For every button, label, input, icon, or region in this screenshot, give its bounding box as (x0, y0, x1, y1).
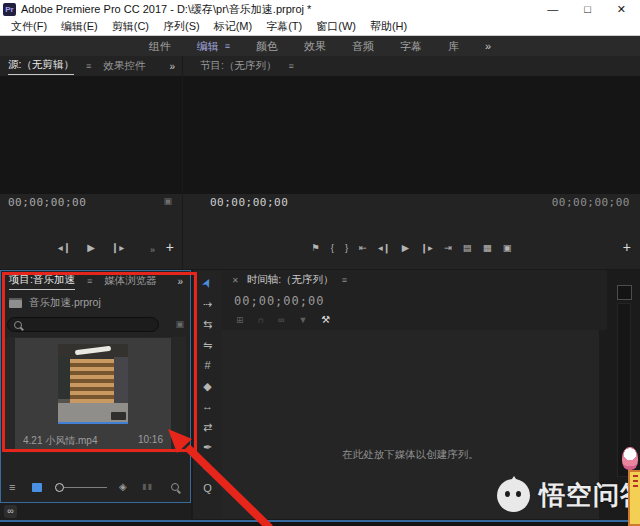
zoom-slider-knob[interactable] (55, 483, 64, 492)
add-marker-button[interactable]: ⚑ (311, 242, 320, 253)
program-panel-menu-icon[interactable]: ≡ (288, 61, 293, 71)
source-settings-icon[interactable]: ▣ (163, 196, 172, 206)
timeline-panel-menu-icon[interactable]: ≡ (342, 275, 347, 285)
razor-tool[interactable]: ◆ (203, 380, 211, 392)
workspace-tab-titles[interactable]: 字幕 (400, 39, 422, 54)
menu-clip[interactable]: 剪辑(C) (105, 19, 156, 34)
menu-sequence[interactable]: 序列(S) (156, 19, 207, 34)
thumbnail-wall (114, 357, 128, 403)
thumbnail-shelves (70, 359, 114, 403)
icon-view-icon[interactable] (32, 483, 42, 492)
go-to-in-button[interactable]: ⇤ (359, 242, 367, 253)
program-step-forward-button[interactable]: ❙▸ (420, 242, 433, 253)
search-icon (14, 321, 22, 329)
program-play-button[interactable]: ▶ (402, 242, 409, 253)
tab-project[interactable]: 项目:音乐加速 (9, 273, 75, 290)
creative-cloud-icon[interactable]: ∞ (4, 505, 17, 518)
program-step-back-button[interactable]: ◂❙ (378, 242, 391, 253)
rate-stretch-tool[interactable]: # (204, 359, 210, 371)
tools-panel: ➤ ⇢ ⇆ ⇋ # ◆ ↔ ⇄ ✒ ✥ Q (193, 270, 222, 519)
menu-file[interactable]: 文件(F) (4, 19, 54, 34)
timeline-settings-wrench-icon[interactable]: ⚒ (321, 314, 330, 325)
program-timecode-duration: 00;00;00;00 (552, 196, 630, 209)
menu-help[interactable]: 帮助(H) (363, 19, 414, 34)
rolling-edit-tool[interactable]: ⇋ (203, 339, 212, 351)
workspace-tab-assembly[interactable]: 组件 (149, 39, 171, 54)
source-play-button[interactable]: ▶ (87, 242, 95, 253)
snap-icon[interactable]: ∩ (258, 315, 264, 325)
source-panel-menu-icon[interactable]: ≡ (86, 61, 91, 71)
program-monitor-panel: 节目:（无序列） ≡ 00;00;00;00 00;00;00;00 ⚑ { }… (183, 56, 640, 269)
pen-tool[interactable]: ✒ (203, 441, 212, 453)
workspace-bar: 组件 编辑 ≡ 颜色 效果 音频 字幕 库 » (0, 36, 640, 56)
sort-icon[interactable]: ◈ (119, 481, 127, 492)
nest-sequence-icon[interactable]: ⊞ (236, 315, 244, 325)
clip-thumbnail (58, 344, 128, 422)
new-bin-icon[interactable]: ▣ (175, 319, 184, 329)
workspace-tab-effects[interactable]: 效果 (304, 39, 326, 54)
list-view-icon[interactable]: ≡ (9, 481, 15, 493)
clip-badge (111, 412, 126, 420)
close-button[interactable]: ✕ (617, 0, 626, 18)
zoom-slider-track[interactable] (57, 487, 107, 488)
maximize-button[interactable]: □ (584, 0, 591, 18)
workspace-tab-libraries[interactable]: 库 (448, 39, 459, 54)
wukong-logo-icon (497, 479, 530, 512)
project-tabs-overflow-icon[interactable]: » (177, 276, 183, 287)
menu-marker[interactable]: 标记(M) (207, 19, 260, 34)
mark-in-button[interactable]: { (331, 242, 334, 253)
source-timecode[interactable]: 00;00;00;00 (8, 196, 86, 209)
project-file-name: 音乐加速.prproj (29, 296, 101, 310)
menu-window[interactable]: 窗口(W) (309, 19, 363, 34)
tab-timeline[interactable]: 时间轴:（无序列） (247, 273, 334, 287)
tab-program[interactable]: 节目:（无序列） (200, 59, 276, 73)
search-input[interactable] (27, 319, 145, 330)
extract-button[interactable]: ▦ (483, 242, 492, 253)
filmstrip-icon[interactable]: ▮▮ (142, 482, 153, 491)
timeline-close-icon[interactable]: ✕ (232, 276, 239, 285)
mark-out-button[interactable]: } (345, 242, 348, 253)
track-select-forward-tool[interactable]: ⇢ (203, 298, 212, 310)
source-transport-overflow-icon[interactable]: » (150, 245, 155, 255)
add-marker-icon[interactable]: ▼ (298, 315, 307, 325)
program-add-button[interactable]: + (623, 239, 631, 255)
ripple-edit-tool[interactable]: ⇆ (203, 318, 212, 330)
menu-title[interactable]: 字幕(T) (259, 19, 309, 34)
workspace-tab-color[interactable]: 颜色 (256, 39, 278, 54)
clip-name[interactable]: 4.21 小风情.mp4 (23, 434, 97, 448)
minimize-button[interactable]: — (547, 0, 558, 18)
export-frame-button[interactable]: ▣ (503, 242, 512, 253)
source-step-forward-button[interactable]: ❙▸ (111, 242, 124, 253)
go-to-out-button[interactable]: ⇥ (444, 242, 452, 253)
workspace-tab-audio[interactable]: 音频 (352, 39, 374, 54)
timeline-timecode[interactable]: 00;00;00;00 (234, 294, 324, 308)
status-strip: ∞ (0, 503, 191, 520)
tab-source[interactable]: 源:（无剪辑） (8, 58, 74, 75)
zoom-tool[interactable]: Q (203, 482, 212, 494)
project-panel-menu-icon[interactable]: ≡ (87, 276, 92, 286)
menu-edit[interactable]: 编辑(E) (54, 19, 105, 34)
clip-cell[interactable]: 4.21 小风情.mp4 10:16 (15, 338, 171, 451)
source-add-button[interactable]: + (166, 239, 174, 255)
clip-scrub-bar[interactable] (58, 422, 128, 424)
slip-tool[interactable]: ↔ (202, 400, 213, 412)
workspace-tab-editing[interactable]: 编辑 (197, 39, 219, 54)
desktop-pet-character[interactable] (622, 447, 638, 470)
lift-button[interactable]: ▤ (463, 242, 472, 253)
tab-effect-controls[interactable]: 效果控件 (103, 59, 145, 73)
source-tabs-overflow-icon[interactable]: » (169, 61, 175, 72)
slide-tool[interactable]: ⇄ (203, 421, 212, 433)
tab-media-browser[interactable]: 媒体浏览器 (104, 274, 157, 288)
selection-tool[interactable]: ➤ (200, 276, 215, 290)
hand-tool[interactable]: ✥ (203, 462, 212, 474)
program-timecode-current[interactable]: 00;00;00;00 (210, 196, 288, 209)
project-search-box[interactable] (7, 317, 159, 332)
workspace-menu-icon[interactable]: ≡ (225, 41, 230, 51)
source-monitor-panel: 源:（无剪辑） ≡ 效果控件 » 00;00;00;00 ▣ ◂❙ ▶ ❙▸ »… (0, 56, 182, 269)
window-title: Adobe Premiere Pro CC 2017 - D:\缓存\pr\音乐… (21, 2, 311, 17)
find-icon[interactable] (171, 483, 179, 491)
source-step-back-button[interactable]: ◂❙ (58, 242, 71, 253)
premiere-window: Pr Adobe Premiere Pro CC 2017 - D:\缓存\pr… (0, 0, 640, 526)
workspace-overflow-icon[interactable]: » (485, 40, 491, 52)
linked-selection-icon[interactable]: ∞ (278, 315, 284, 325)
